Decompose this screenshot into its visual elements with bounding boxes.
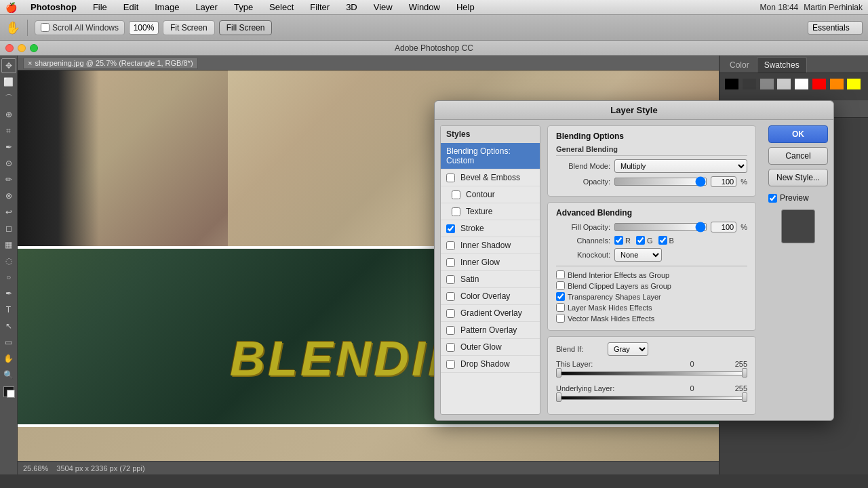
foreground-color[interactable] bbox=[3, 386, 14, 397]
blend-clipped-checkbox[interactable] bbox=[556, 281, 565, 290]
path-select-tool[interactable]: ↖ bbox=[1, 319, 16, 333]
scroll-all-windows-checkbox[interactable]: Scroll All Windows bbox=[35, 20, 125, 35]
swatch[interactable] bbox=[777, 79, 791, 89]
brush-tool[interactable]: ✏ bbox=[1, 172, 16, 187]
fill-screen-button[interactable]: Fill Screen bbox=[219, 20, 273, 35]
opacity-input[interactable] bbox=[711, 176, 736, 187]
bevel-emboss-item[interactable]: Bevel & Emboss bbox=[441, 169, 540, 186]
cancel-button[interactable]: Cancel bbox=[768, 147, 828, 165]
underlying-layer-thumb-right[interactable] bbox=[742, 392, 747, 402]
stroke-item[interactable]: Stroke bbox=[441, 220, 540, 237]
document-tab[interactable]: × sharpening.jpg @ 25.7% (Rectangle 1, R… bbox=[23, 57, 198, 69]
preview-checkbox[interactable] bbox=[768, 194, 777, 203]
texture-item[interactable]: Texture bbox=[441, 203, 540, 220]
blend-interior-checkbox[interactable] bbox=[556, 270, 565, 279]
zoom-tool[interactable]: 🔍 bbox=[1, 367, 16, 382]
swatch[interactable] bbox=[725, 79, 738, 89]
outer-glow-checkbox[interactable] bbox=[446, 343, 455, 352]
satin-checkbox[interactable] bbox=[446, 275, 455, 284]
history-brush-tool[interactable]: ↩ bbox=[1, 205, 16, 220]
this-layer-thumb-left[interactable] bbox=[556, 368, 561, 378]
blending-options-item[interactable]: Blending Options: Custom bbox=[441, 143, 540, 169]
blend-mode-select[interactable]: Multiply bbox=[614, 159, 747, 173]
channel-g-checkbox[interactable] bbox=[636, 236, 645, 245]
help-menu[interactable]: Help bbox=[454, 2, 477, 12]
hand-tool-panel[interactable]: ✋ bbox=[1, 351, 16, 366]
filter-menu[interactable]: Filter bbox=[307, 2, 332, 12]
swatch[interactable] bbox=[812, 79, 826, 89]
3d-menu[interactable]: 3D bbox=[343, 2, 360, 12]
gradient-tool[interactable]: ▦ bbox=[1, 237, 16, 252]
file-menu[interactable]: File bbox=[90, 2, 110, 12]
hand-tool[interactable]: ✋ bbox=[5, 20, 20, 35]
crop-tool[interactable]: ⌗ bbox=[1, 123, 16, 138]
contour-checkbox[interactable] bbox=[452, 190, 460, 199]
clone-tool[interactable]: ⊗ bbox=[1, 188, 16, 203]
gradient-overlay-item[interactable]: Gradient Overlay bbox=[441, 305, 540, 322]
swatch[interactable] bbox=[743, 79, 756, 89]
tab-close[interactable]: × bbox=[28, 59, 32, 67]
stroke-checkbox[interactable] bbox=[446, 224, 455, 233]
essentials-select[interactable]: Essentials bbox=[808, 21, 863, 35]
quick-select-tool[interactable]: ⊕ bbox=[1, 107, 16, 122]
new-style-button[interactable]: New Style... bbox=[768, 169, 828, 186]
type-menu[interactable]: Type bbox=[231, 2, 256, 12]
satin-item[interactable]: Satin bbox=[441, 271, 540, 288]
marquee-tool[interactable]: ⬜ bbox=[1, 75, 16, 89]
pattern-overlay-checkbox[interactable] bbox=[446, 326, 455, 335]
type-tool[interactable]: T bbox=[1, 302, 16, 317]
color-tab[interactable]: Color bbox=[722, 57, 757, 73]
channel-b-checkbox[interactable] bbox=[658, 236, 667, 245]
eyedropper-tool[interactable]: ✒ bbox=[1, 140, 16, 155]
swatch[interactable] bbox=[795, 79, 808, 89]
drop-shadow-checkbox[interactable] bbox=[446, 360, 455, 369]
knockout-select[interactable]: None bbox=[614, 248, 662, 262]
pattern-overlay-item[interactable]: Pattern Overlay bbox=[441, 322, 540, 339]
zoom-input[interactable] bbox=[129, 21, 159, 35]
blend-if-select[interactable]: Gray bbox=[608, 342, 648, 356]
window-menu[interactable]: Window bbox=[406, 2, 443, 12]
vector-mask-hides-checkbox[interactable] bbox=[556, 314, 565, 323]
channel-g-label[interactable]: G bbox=[636, 236, 653, 245]
dodge-tool[interactable]: ○ bbox=[1, 270, 16, 285]
apple-menu[interactable]: 🍎 bbox=[5, 2, 17, 13]
edit-menu[interactable]: Edit bbox=[121, 2, 141, 12]
color-overlay-item[interactable]: Color Overlay bbox=[441, 288, 540, 305]
this-layer-thumb-right[interactable] bbox=[742, 368, 747, 378]
spot-heal-tool[interactable]: ⊙ bbox=[1, 156, 16, 171]
styles-header[interactable]: Styles bbox=[441, 126, 540, 143]
move-tool[interactable]: ✥ bbox=[1, 58, 16, 73]
underlying-layer-thumb-left[interactable] bbox=[556, 392, 561, 402]
texture-checkbox[interactable] bbox=[452, 207, 460, 216]
bevel-emboss-checkbox[interactable] bbox=[446, 174, 455, 182]
pen-tool[interactable]: ✒ bbox=[1, 286, 16, 301]
channel-r-label[interactable]: R bbox=[614, 236, 631, 245]
swatch[interactable] bbox=[760, 79, 774, 89]
ok-button[interactable]: OK bbox=[768, 125, 828, 143]
channel-r-checkbox[interactable] bbox=[614, 236, 623, 245]
color-overlay-checkbox[interactable] bbox=[446, 292, 455, 301]
scroll-all-windows-input[interactable] bbox=[41, 23, 50, 32]
view-menu[interactable]: View bbox=[371, 2, 395, 12]
fill-opacity-slider[interactable] bbox=[614, 223, 707, 231]
eraser-tool[interactable]: ◻ bbox=[1, 221, 16, 236]
contour-item[interactable]: Contour bbox=[441, 186, 540, 203]
layer-mask-hides-checkbox[interactable] bbox=[556, 303, 565, 312]
gradient-overlay-checkbox[interactable] bbox=[446, 309, 455, 318]
lasso-tool[interactable]: ⌒ bbox=[1, 91, 16, 106]
inner-shadow-item[interactable]: Inner Shadow bbox=[441, 237, 540, 254]
image-menu[interactable]: Image bbox=[152, 2, 182, 12]
fill-opacity-input[interactable] bbox=[711, 222, 736, 232]
fit-screen-button[interactable]: Fit Screen bbox=[163, 20, 215, 35]
maximize-button[interactable] bbox=[30, 44, 38, 52]
drop-shadow-item[interactable]: Drop Shadow bbox=[441, 356, 540, 373]
transparency-shapes-checkbox[interactable] bbox=[556, 292, 565, 301]
swatch[interactable] bbox=[830, 79, 844, 89]
blur-tool[interactable]: ◌ bbox=[1, 253, 16, 268]
outer-glow-item[interactable]: Outer Glow bbox=[441, 339, 540, 356]
close-button[interactable] bbox=[5, 44, 14, 52]
opacity-slider[interactable] bbox=[614, 178, 707, 186]
swatch[interactable] bbox=[847, 79, 861, 89]
layer-menu[interactable]: Layer bbox=[193, 2, 220, 12]
inner-glow-checkbox[interactable] bbox=[446, 258, 455, 267]
